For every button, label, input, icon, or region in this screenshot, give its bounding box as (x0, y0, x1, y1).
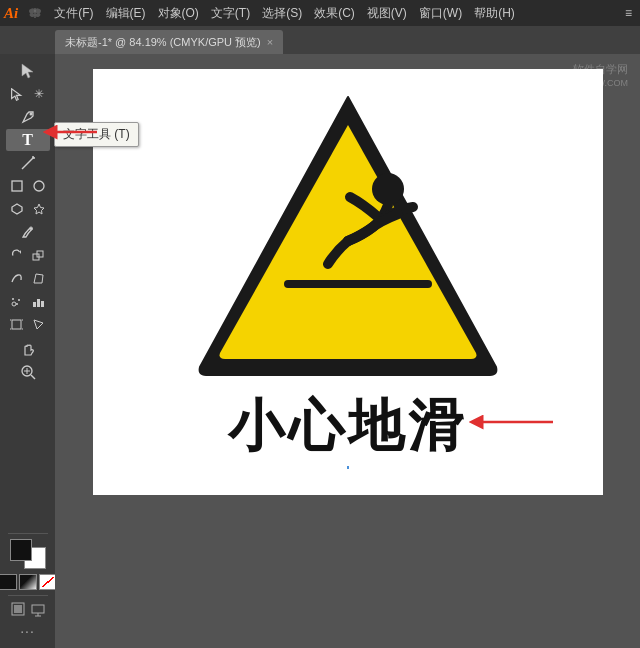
magic-wand-btn[interactable]: ✳ (28, 83, 50, 105)
menu-effect[interactable]: 效果(C) (308, 5, 361, 22)
tab-bar: 未标题-1* @ 84.19% (CMYK/GPU 预览) × (0, 26, 640, 54)
slice-tool-btn[interactable] (28, 313, 50, 335)
canvas-area[interactable]: 软件自学网 WWW.RJZXW.COM (55, 54, 640, 648)
toolbar-divider2 (8, 595, 48, 596)
ellipse-tool-btn[interactable] (28, 175, 50, 197)
paintbrush-tool-btn[interactable] (6, 221, 50, 243)
svg-point-2 (29, 12, 35, 17)
svg-rect-39 (32, 605, 44, 613)
red-arrow-text (468, 412, 558, 432)
svg-line-10 (22, 157, 34, 169)
menu-edit[interactable]: 编辑(E) (100, 5, 152, 22)
more-tools-dots[interactable]: ··· (20, 623, 35, 639)
stroke-fill-boxes[interactable] (10, 539, 46, 569)
svg-point-24 (12, 298, 14, 300)
menu-select[interactable]: 选择(S) (256, 5, 308, 22)
transform-pair (6, 244, 50, 266)
menu-items: 文件(F) 编辑(E) 对象(O) 文字(T) 选择(S) 效果(C) 视图(V… (48, 5, 621, 22)
menu-file[interactable]: 文件(F) (48, 5, 99, 22)
svg-point-22 (18, 299, 20, 301)
symbol-sprayer-btn[interactable] (6, 290, 28, 312)
sign-text-label[interactable]: 小心地滑 (228, 389, 468, 465)
mode-icons (10, 601, 46, 617)
screen-mode-icon[interactable] (10, 601, 26, 617)
color-section: ··· (0, 530, 57, 648)
symbol-pair (6, 290, 50, 312)
warning-sign (188, 89, 508, 379)
column-graph-btn[interactable] (28, 290, 50, 312)
svg-rect-13 (12, 181, 22, 191)
warning-triangle-svg (188, 89, 508, 379)
menu-right: ≡ (621, 6, 636, 20)
presentation-mode-icon[interactable] (30, 601, 46, 617)
menu-view[interactable]: 视图(V) (361, 5, 413, 22)
tab-title: 未标题-1* @ 84.19% (CMYK/GPU 预览) (65, 35, 261, 50)
free-distort-btn[interactable] (28, 267, 50, 289)
selection-pair: ✳ (6, 83, 50, 105)
svg-marker-7 (22, 64, 33, 78)
svg-rect-25 (33, 302, 36, 307)
menu-object[interactable]: 对象(O) (152, 5, 205, 22)
svg-rect-38 (14, 605, 22, 613)
star-tool-btn[interactable] (28, 198, 50, 220)
warp-pair (6, 267, 50, 289)
artboard-tool-btn[interactable] (6, 313, 28, 335)
more-tools[interactable]: ··· (20, 622, 35, 640)
menu-help[interactable]: 帮助(H) (468, 5, 521, 22)
menu-window[interactable]: 窗口(W) (413, 5, 468, 22)
fill-color-box[interactable] (10, 539, 32, 561)
svg-line-34 (31, 375, 35, 379)
shape-pair1 (6, 175, 50, 197)
rotate-tool-btn[interactable] (6, 244, 28, 266)
canvas-document: 小心地滑 (93, 69, 603, 495)
warp-tool-btn[interactable] (6, 267, 28, 289)
slice-pair (6, 313, 50, 335)
menu-text[interactable]: 文字(T) (205, 5, 256, 22)
app-icon-btn[interactable] (24, 2, 46, 24)
polygon-tool-btn[interactable] (6, 198, 28, 220)
direct-selection-btn[interactable] (6, 83, 28, 105)
toolbar: ✳ T 文字工具 (T) (0, 54, 55, 648)
no-color-icon[interactable] (39, 574, 57, 590)
menu-bar: Ai 文件(F) 编辑(E) 对象(O) 文字(T) 选择(S) 效果(C) 视… (0, 0, 640, 26)
line-tool-btn[interactable] (6, 152, 50, 174)
svg-marker-15 (12, 204, 22, 214)
sign-text-container: 小心地滑 (228, 379, 468, 465)
tab-close-btn[interactable]: × (267, 36, 273, 48)
svg-point-21 (12, 302, 16, 306)
svg-rect-27 (41, 301, 44, 307)
svg-point-14 (34, 181, 44, 191)
red-arrow-indicator (42, 122, 102, 142)
hand-tool-btn[interactable] (6, 338, 50, 360)
svg-rect-28 (12, 320, 21, 329)
none-fill-icon[interactable] (0, 574, 17, 590)
color-small-section (0, 574, 57, 590)
selection-tool-btn[interactable] (6, 60, 50, 82)
document-tab[interactable]: 未标题-1* @ 84.19% (CMYK/GPU 预览) × (55, 30, 283, 54)
svg-marker-8 (12, 88, 21, 99)
svg-point-9 (29, 113, 32, 116)
toolbar-divider (8, 533, 48, 534)
svg-point-23 (16, 303, 18, 305)
svg-marker-16 (34, 204, 44, 214)
svg-marker-18 (20, 250, 22, 254)
gradient-icon[interactable] (19, 574, 37, 590)
app-logo: Ai (4, 5, 18, 22)
svg-point-3 (35, 12, 41, 17)
shape-pair2 (6, 198, 50, 220)
main-area: ✳ T 文字工具 (T) (0, 54, 640, 648)
scale-tool-btn[interactable] (28, 244, 50, 266)
zoom-tool-btn[interactable] (6, 361, 50, 383)
text-cursor (347, 466, 349, 469)
menu-hamburger[interactable]: ≡ (621, 6, 636, 20)
rect-tool-btn[interactable] (6, 175, 28, 197)
svg-rect-26 (37, 299, 40, 307)
